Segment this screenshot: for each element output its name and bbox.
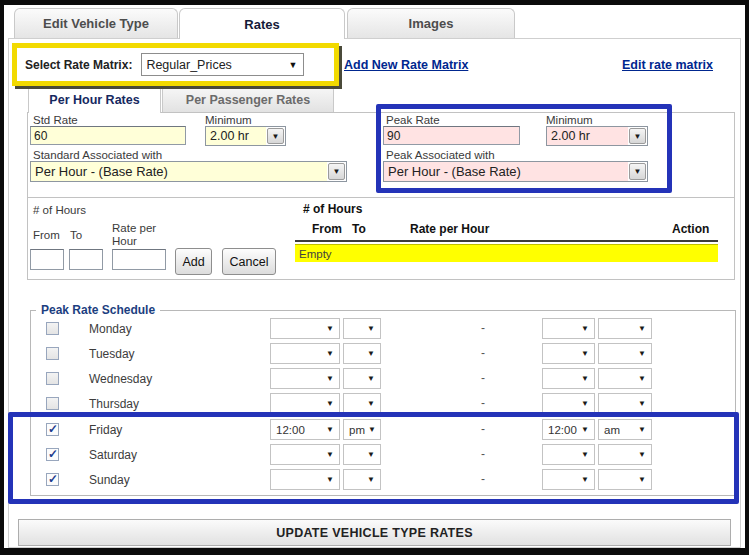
to-time-select[interactable]: ▼: [542, 318, 595, 339]
hours-to-input[interactable]: [69, 249, 103, 270]
to-ampm-select[interactable]: ▼: [598, 469, 652, 490]
add-new-rate-matrix-link[interactable]: Add New Rate Matrix: [344, 58, 468, 72]
subtab-label: Per Hour Rates: [49, 93, 139, 107]
std-associated-select[interactable]: Per Hour - (Base Rate) ▼: [30, 161, 347, 182]
time-range-separator: -: [481, 422, 485, 436]
from-time-select[interactable]: ▼: [270, 318, 340, 339]
from-ampm-select[interactable]: ▼: [343, 469, 381, 490]
to-ampm-select[interactable]: ▼: [598, 318, 652, 339]
day-checkbox-thursday[interactable]: [46, 397, 59, 410]
to-time-select[interactable]: ▼: [542, 343, 595, 364]
time-range-separator: -: [481, 346, 485, 360]
from-time-select[interactable]: ▼: [270, 343, 340, 364]
rate-matrix-label: Select Rate Matrix:: [25, 58, 132, 72]
from-ampm-select[interactable]: ▼: [343, 444, 381, 465]
day-label: Saturday: [89, 448, 137, 462]
to-time-select[interactable]: ▼: [542, 469, 595, 490]
cancel-button[interactable]: Cancel: [222, 248, 276, 275]
main-tab-rates[interactable]: Rates: [179, 8, 345, 39]
subtab-per-passenger-rates[interactable]: Per Passenger Rates: [162, 86, 334, 112]
dropdown-value: 12:00: [276, 424, 305, 436]
from-time-select[interactable]: ▼: [270, 444, 340, 465]
schedule-row-monday: Monday▼▼-▼▼: [30, 318, 736, 343]
from-ampm-select[interactable]: ▼: [343, 343, 381, 364]
from-ampm-select[interactable]: ▼: [343, 393, 381, 414]
peak-rate-value: 90: [387, 129, 400, 143]
main-tab-edit-vehicle-type[interactable]: Edit Vehicle Type: [14, 8, 178, 38]
std-minimum-select[interactable]: 2.00 hr ▼: [205, 126, 286, 146]
schedule-legend: Peak Rate Schedule: [36, 303, 160, 317]
std-associated-label: Standard Associated with: [33, 149, 162, 161]
chevron-down-icon: ▼: [288, 54, 303, 75]
peak-rate-input[interactable]: 90: [383, 126, 520, 145]
rate-matrix-highlight-box: Select Rate Matrix: Regular_Prices ▼: [12, 43, 339, 86]
hours-table-header-rate: Rate per Hour: [410, 222, 489, 236]
hours-table-header-to: To: [352, 222, 366, 236]
to-ampm-select[interactable]: ▼: [598, 444, 652, 465]
chevron-down-icon: ▼: [638, 450, 646, 459]
day-checkbox-tuesday[interactable]: [46, 347, 59, 360]
day-label: Monday: [89, 322, 132, 336]
schedule-row-saturday: Saturday▼▼-▼▼: [30, 444, 736, 469]
chevron-down-icon: ▼: [326, 374, 334, 383]
from-time-select[interactable]: ▼: [270, 469, 340, 490]
dropdown-value: am: [604, 424, 620, 436]
hours-rate-input[interactable]: [112, 249, 166, 270]
add-button[interactable]: Add: [175, 248, 212, 275]
chevron-down-icon: ▼: [367, 399, 375, 408]
chevron-down-icon: ▼: [367, 475, 375, 484]
chevron-down-icon: ▼: [638, 374, 646, 383]
to-time-select[interactable]: 12:00▼: [542, 419, 595, 440]
main-tab-label: Rates: [244, 17, 279, 32]
update-vehicle-type-rates-button[interactable]: UPDATE VEHICLE TYPE RATES: [18, 519, 731, 546]
schedule-row-friday: Friday12:00▼pm▼-12:00▼am▼: [30, 419, 736, 444]
to-time-select[interactable]: ▼: [542, 368, 595, 389]
to-ampm-select[interactable]: ▼: [598, 368, 652, 389]
to-ampm-select[interactable]: ▼: [598, 343, 652, 364]
chevron-down-icon: ▼: [326, 399, 334, 408]
time-range-separator: -: [481, 472, 485, 486]
main-tab-images[interactable]: Images: [347, 8, 515, 38]
std-rate-value: 60: [34, 129, 47, 143]
to-time-select[interactable]: ▼: [542, 393, 595, 414]
day-checkbox-friday[interactable]: [46, 423, 59, 436]
hours-table-header-action: Action: [672, 222, 709, 236]
chevron-down-icon: ▼: [367, 450, 375, 459]
from-ampm-select[interactable]: pm▼: [343, 419, 381, 440]
main-tab-label: Edit Vehicle Type: [43, 16, 149, 31]
to-time-select[interactable]: ▼: [542, 444, 595, 465]
hours-table-header-from: From: [312, 222, 342, 236]
edit-rate-matrix-link[interactable]: Edit rate matrix: [622, 58, 713, 72]
chevron-down-icon: ▼: [326, 475, 334, 484]
to-ampm-select[interactable]: ▼: [598, 393, 652, 414]
from-time-select[interactable]: ▼: [270, 393, 340, 414]
peak-minimum-select[interactable]: 2.00 hr ▼: [546, 126, 648, 146]
day-checkbox-saturday[interactable]: [46, 448, 59, 461]
day-checkbox-sunday[interactable]: [46, 473, 59, 486]
subtab-label: Per Passenger Rates: [186, 93, 310, 107]
from-time-select[interactable]: ▼: [270, 368, 340, 389]
dropdown-value: pm: [349, 424, 365, 436]
chevron-down-icon: ▼: [638, 399, 646, 408]
day-label: Sunday: [89, 473, 130, 487]
from-ampm-select[interactable]: ▼: [343, 368, 381, 389]
subtab-per-hour-rates[interactable]: Per Hour Rates: [28, 86, 161, 113]
to-ampm-select[interactable]: am▼: [598, 419, 652, 440]
day-checkbox-wednesday[interactable]: [46, 372, 59, 385]
from-time-select[interactable]: 12:00▼: [270, 419, 340, 440]
day-checkbox-monday[interactable]: [46, 322, 59, 335]
empty-row-text: Empty: [299, 248, 332, 260]
time-range-separator: -: [481, 447, 485, 461]
rate-matrix-select[interactable]: Regular_Prices ▼: [141, 53, 304, 76]
chevron-down-icon: ▼: [638, 324, 646, 333]
chevron-down-icon: ▼: [581, 425, 589, 434]
peak-associated-value: Per Hour - (Base Rate): [384, 162, 628, 181]
from-ampm-select[interactable]: ▼: [343, 318, 381, 339]
day-label: Friday: [89, 423, 122, 437]
std-rate-input[interactable]: 60: [30, 126, 186, 145]
hours-from-input[interactable]: [30, 249, 64, 270]
hours-table-title: # of Hours: [303, 202, 362, 216]
peak-minimum-label: Minimum: [546, 114, 593, 126]
peak-associated-select[interactable]: Per Hour - (Base Rate) ▼: [383, 161, 648, 182]
chevron-down-icon: ▼: [629, 128, 646, 144]
